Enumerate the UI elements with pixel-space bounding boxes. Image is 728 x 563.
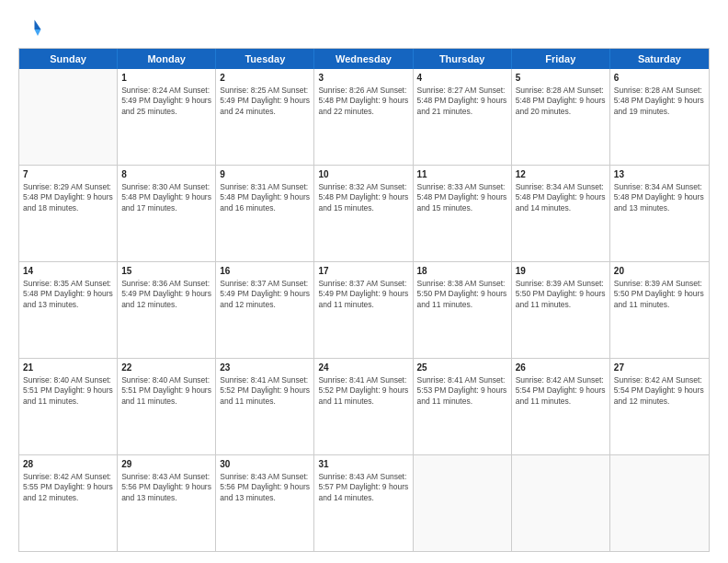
- calendar-cell: 11Sunrise: 8:33 AM Sunset: 5:48 PM Dayli…: [414, 166, 512, 261]
- calendar-cell: 20Sunrise: 8:39 AM Sunset: 5:50 PM Dayli…: [610, 262, 709, 358]
- day-info: Sunrise: 8:33 AM Sunset: 5:48 PM Dayligh…: [417, 182, 507, 215]
- calendar-week-3: 14Sunrise: 8:35 AM Sunset: 5:48 PM Dayli…: [19, 262, 709, 359]
- calendar-cell: 10Sunrise: 8:32 AM Sunset: 5:48 PM Dayli…: [314, 166, 413, 261]
- calendar-cell: 6Sunrise: 8:28 AM Sunset: 5:48 PM Daylig…: [610, 69, 709, 165]
- day-number: 25: [417, 362, 507, 374]
- day-number: 13: [614, 168, 705, 181]
- day-info: Sunrise: 8:24 AM Sunset: 5:49 PM Dayligh…: [121, 86, 211, 119]
- logo-icon: [18, 17, 44, 42]
- calendar-cell: 5Sunrise: 8:28 AM Sunset: 5:48 PM Daylig…: [512, 69, 610, 165]
- day-info: Sunrise: 8:40 AM Sunset: 5:51 PM Dayligh…: [121, 375, 211, 408]
- day-header-thursday: Thursday: [414, 49, 512, 69]
- day-number: 26: [516, 362, 606, 374]
- day-info: Sunrise: 8:25 AM Sunset: 5:49 PM Dayligh…: [220, 86, 310, 119]
- day-number: 5: [516, 72, 606, 85]
- calendar-cell: [414, 455, 512, 551]
- day-number: 10: [318, 168, 408, 181]
- calendar-cell: 14Sunrise: 8:35 AM Sunset: 5:48 PM Dayli…: [19, 262, 118, 358]
- day-number: 18: [417, 265, 507, 278]
- calendar-cell: 24Sunrise: 8:41 AM Sunset: 5:52 PM Dayli…: [314, 359, 413, 454]
- day-header-monday: Monday: [118, 49, 216, 69]
- calendar-week-1: 1Sunrise: 8:24 AM Sunset: 5:49 PM Daylig…: [19, 69, 709, 166]
- calendar-cell: 4Sunrise: 8:27 AM Sunset: 5:48 PM Daylig…: [414, 69, 512, 165]
- day-info: Sunrise: 8:30 AM Sunset: 5:48 PM Dayligh…: [121, 182, 211, 215]
- day-info: Sunrise: 8:41 AM Sunset: 5:53 PM Dayligh…: [417, 375, 507, 408]
- calendar-cell: 3Sunrise: 8:26 AM Sunset: 5:48 PM Daylig…: [314, 69, 413, 165]
- calendar-cell: 7Sunrise: 8:29 AM Sunset: 5:48 PM Daylig…: [19, 166, 118, 261]
- calendar-week-2: 7Sunrise: 8:29 AM Sunset: 5:48 PM Daylig…: [19, 166, 709, 262]
- day-info: Sunrise: 8:41 AM Sunset: 5:52 PM Dayligh…: [318, 375, 408, 408]
- day-info: Sunrise: 8:35 AM Sunset: 5:48 PM Dayligh…: [23, 279, 113, 312]
- calendar-week-4: 21Sunrise: 8:40 AM Sunset: 5:51 PM Dayli…: [19, 359, 709, 455]
- page: SundayMondayTuesdayWednesdayThursdayFrid…: [0, 0, 728, 563]
- day-header-wednesday: Wednesday: [314, 49, 413, 69]
- day-info: Sunrise: 8:32 AM Sunset: 5:48 PM Dayligh…: [318, 182, 408, 215]
- day-number: 15: [121, 265, 211, 278]
- calendar-cell: 30Sunrise: 8:43 AM Sunset: 5:56 PM Dayli…: [216, 455, 314, 551]
- calendar-cell: 21Sunrise: 8:40 AM Sunset: 5:51 PM Dayli…: [19, 359, 118, 454]
- day-header-friday: Friday: [512, 49, 610, 69]
- day-info: Sunrise: 8:41 AM Sunset: 5:52 PM Dayligh…: [220, 375, 310, 408]
- calendar-cell: 25Sunrise: 8:41 AM Sunset: 5:53 PM Dayli…: [414, 359, 512, 454]
- day-info: Sunrise: 8:43 AM Sunset: 5:56 PM Dayligh…: [220, 472, 310, 505]
- svg-marker-1: [35, 29, 41, 36]
- calendar-cell: 23Sunrise: 8:41 AM Sunset: 5:52 PM Dayli…: [216, 359, 314, 454]
- day-number: 16: [220, 265, 310, 278]
- day-info: Sunrise: 8:42 AM Sunset: 5:55 PM Dayligh…: [23, 472, 113, 505]
- day-header-tuesday: Tuesday: [216, 49, 314, 69]
- day-info: Sunrise: 8:38 AM Sunset: 5:50 PM Dayligh…: [417, 279, 507, 312]
- day-info: Sunrise: 8:26 AM Sunset: 5:48 PM Dayligh…: [318, 86, 408, 119]
- calendar-cell: [512, 455, 610, 551]
- day-number: 2: [220, 72, 310, 85]
- day-number: 19: [516, 265, 606, 278]
- day-number: 27: [614, 362, 705, 374]
- day-info: Sunrise: 8:28 AM Sunset: 5:48 PM Dayligh…: [614, 86, 705, 119]
- day-header-saturday: Saturday: [610, 49, 709, 69]
- calendar-cell: [610, 455, 709, 551]
- day-number: 9: [220, 168, 310, 181]
- calendar-cell: 9Sunrise: 8:31 AM Sunset: 5:48 PM Daylig…: [216, 166, 314, 261]
- calendar-cell: 8Sunrise: 8:30 AM Sunset: 5:48 PM Daylig…: [118, 166, 216, 261]
- calendar-cell: 26Sunrise: 8:42 AM Sunset: 5:54 PM Dayli…: [512, 359, 610, 454]
- calendar-body: 1Sunrise: 8:24 AM Sunset: 5:49 PM Daylig…: [19, 69, 709, 551]
- day-number: 8: [121, 168, 211, 181]
- day-number: 14: [23, 265, 113, 278]
- calendar-cell: 17Sunrise: 8:37 AM Sunset: 5:49 PM Dayli…: [314, 262, 413, 358]
- day-number: 4: [417, 72, 507, 85]
- day-info: Sunrise: 8:37 AM Sunset: 5:49 PM Dayligh…: [220, 279, 310, 312]
- day-info: Sunrise: 8:29 AM Sunset: 5:48 PM Dayligh…: [23, 182, 113, 215]
- day-info: Sunrise: 8:40 AM Sunset: 5:51 PM Dayligh…: [23, 375, 113, 408]
- calendar-cell: 18Sunrise: 8:38 AM Sunset: 5:50 PM Dayli…: [414, 262, 512, 358]
- day-info: Sunrise: 8:39 AM Sunset: 5:50 PM Dayligh…: [516, 279, 606, 312]
- day-number: 24: [318, 362, 408, 374]
- day-number: 11: [417, 168, 507, 181]
- day-number: 6: [614, 72, 705, 85]
- day-number: 30: [220, 458, 310, 471]
- calendar-header: SundayMondayTuesdayWednesdayThursdayFrid…: [19, 49, 709, 69]
- day-number: 20: [614, 265, 705, 278]
- calendar-cell: 27Sunrise: 8:42 AM Sunset: 5:54 PM Dayli…: [610, 359, 709, 454]
- calendar-cell: 1Sunrise: 8:24 AM Sunset: 5:49 PM Daylig…: [118, 69, 216, 165]
- day-info: Sunrise: 8:42 AM Sunset: 5:54 PM Dayligh…: [614, 375, 705, 408]
- header: [18, 17, 710, 42]
- calendar-cell: [19, 69, 118, 165]
- day-info: Sunrise: 8:36 AM Sunset: 5:49 PM Dayligh…: [121, 279, 211, 312]
- day-info: Sunrise: 8:42 AM Sunset: 5:54 PM Dayligh…: [516, 375, 606, 408]
- day-info: Sunrise: 8:39 AM Sunset: 5:50 PM Dayligh…: [614, 279, 705, 312]
- calendar-cell: 12Sunrise: 8:34 AM Sunset: 5:48 PM Dayli…: [512, 166, 610, 261]
- calendar-cell: 31Sunrise: 8:43 AM Sunset: 5:57 PM Dayli…: [314, 455, 413, 551]
- calendar-cell: 19Sunrise: 8:39 AM Sunset: 5:50 PM Dayli…: [512, 262, 610, 358]
- day-number: 1: [121, 72, 211, 85]
- calendar-cell: 16Sunrise: 8:37 AM Sunset: 5:49 PM Dayli…: [216, 262, 314, 358]
- day-number: 31: [318, 458, 408, 471]
- day-info: Sunrise: 8:31 AM Sunset: 5:48 PM Dayligh…: [220, 182, 310, 215]
- day-number: 23: [220, 362, 310, 374]
- day-info: Sunrise: 8:34 AM Sunset: 5:48 PM Dayligh…: [516, 182, 606, 215]
- day-info: Sunrise: 8:43 AM Sunset: 5:57 PM Dayligh…: [318, 472, 408, 505]
- day-number: 22: [121, 362, 211, 374]
- day-info: Sunrise: 8:28 AM Sunset: 5:48 PM Dayligh…: [516, 86, 606, 119]
- day-number: 12: [516, 168, 606, 181]
- day-info: Sunrise: 8:27 AM Sunset: 5:48 PM Dayligh…: [417, 86, 507, 119]
- day-number: 7: [23, 168, 113, 181]
- day-number: 3: [318, 72, 408, 85]
